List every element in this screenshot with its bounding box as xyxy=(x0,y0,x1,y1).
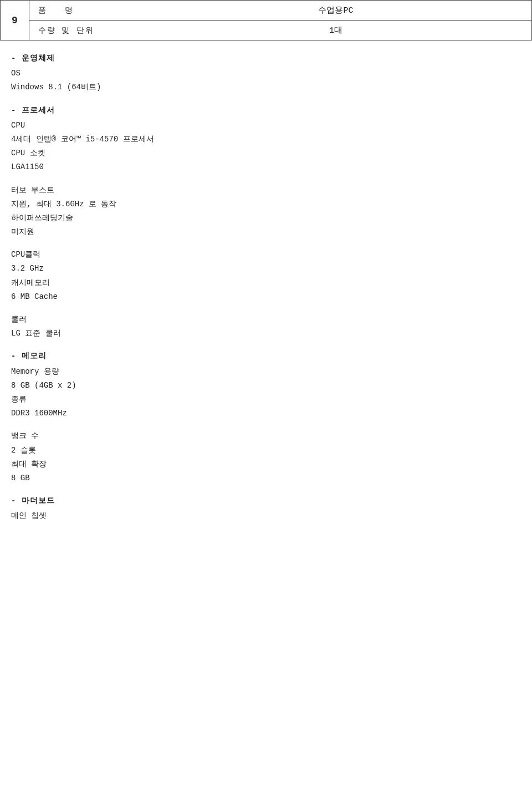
main-table: 9 품 명 수업용PC 수량 및 단위 1대 xyxy=(0,0,532,40)
bank-value: 2 슬롯 xyxy=(11,444,521,458)
turbo-value: 지원, 최대 3.6GHz 로 동작 xyxy=(11,197,521,211)
os-label: OS xyxy=(11,67,521,80)
motherboard-section-header: - 마더보드 xyxy=(11,494,521,508)
bank-section: 뱅크 수 2 슬롯 최대 확장 8 GB xyxy=(11,429,521,485)
memory-value: 8 GB (4GB x 2) xyxy=(11,379,521,393)
chipset-label: 메인 칩셋 xyxy=(11,509,521,523)
os-value: Windows 8.1 (64비트) xyxy=(11,80,521,94)
product-name-label: 품 명 xyxy=(29,1,140,21)
product-name-value: 수업용PC xyxy=(140,1,531,21)
cpu-section-header: - 프로세서 xyxy=(11,104,521,118)
cpu-socket-label: CPU 소켓 xyxy=(11,146,521,160)
header-table: 품 명 수업용PC 수량 및 단위 1대 xyxy=(29,1,531,40)
os-section-header: - 운영체제 xyxy=(11,52,521,65)
cpu-clock-value: 3.2 GHz xyxy=(11,262,521,276)
memory-label: Memory 용량 xyxy=(11,365,521,379)
bank-label: 뱅크 수 xyxy=(11,429,521,443)
cooler-value: LG 표준 쿨러 xyxy=(11,327,521,340)
cpu-socket-value: LGA1150 xyxy=(11,160,521,174)
max-expansion-value: 8 GB xyxy=(11,471,521,485)
clock-section: CPU클럭 3.2 GHz 캐시메모리 6 MB Cache xyxy=(11,248,521,304)
memory-section-header: - 메모리 xyxy=(11,349,521,363)
turbo-section: 터보 부스트 지원, 최대 3.6GHz 로 동작 하이퍼쓰레딩기술 미지원 xyxy=(11,184,521,240)
os-section: - 운영체제 OS Windows 8.1 (64비트) xyxy=(11,52,521,95)
motherboard-section: - 마더보드 메인 칩셋 xyxy=(11,494,521,523)
memory-type-label: 종류 xyxy=(11,393,521,406)
hyper-value: 미지원 xyxy=(11,225,521,239)
cooler-label: 쿨러 xyxy=(11,313,521,327)
cache-label: 캐시메모리 xyxy=(11,276,521,290)
cpu-section: - 프로세서 CPU 4세대 인텔® 코어™ i5-4570 프로세서 CPU … xyxy=(11,104,521,175)
turbo-label: 터보 부스트 xyxy=(11,184,521,197)
quantity-label: 수량 및 단위 xyxy=(29,21,140,40)
cpu-clock-label: CPU클럭 xyxy=(11,248,521,262)
spec-content: - 운영체제 OS Windows 8.1 (64비트) - 프로세서 CPU … xyxy=(0,40,532,543)
row-number: 9 xyxy=(1,1,29,40)
hyper-label: 하이퍼쓰레딩기술 xyxy=(11,211,521,225)
max-expansion-label: 최대 확장 xyxy=(11,458,521,471)
cpu-value: 4세대 인텔® 코어™ i5-4570 프로세서 xyxy=(11,133,521,146)
cooler-section: 쿨러 LG 표준 쿨러 xyxy=(11,313,521,340)
memory-section: - 메모리 Memory 용량 8 GB (4GB x 2) 종류 DDR3 1… xyxy=(11,349,521,420)
cpu-label: CPU xyxy=(11,119,521,133)
cache-value: 6 MB Cache xyxy=(11,290,521,304)
quantity-value: 1대 xyxy=(140,21,531,40)
memory-type-value: DDR3 1600MHz xyxy=(11,406,521,420)
